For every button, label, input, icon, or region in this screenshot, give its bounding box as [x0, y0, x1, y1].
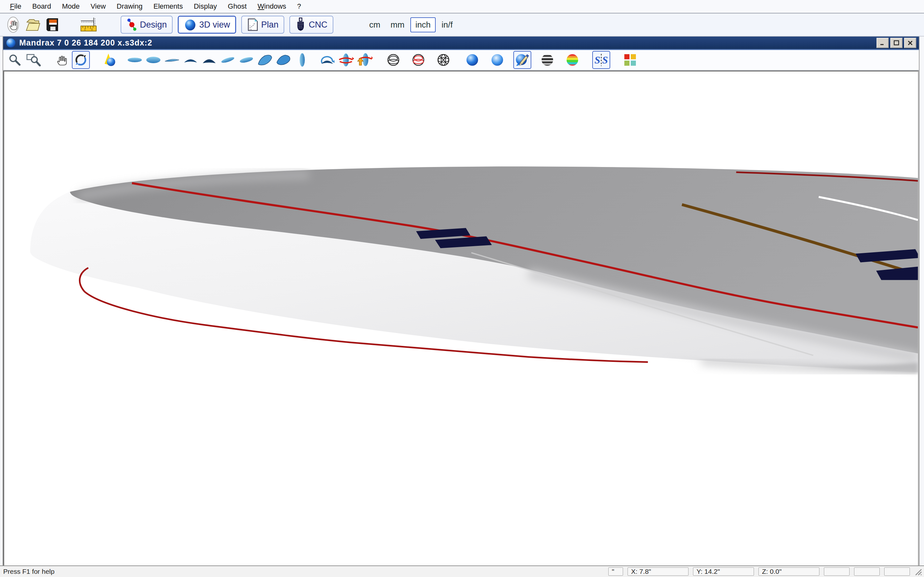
zoom-window-icon[interactable]	[24, 51, 42, 69]
document-window: Mandrax 7 0 26 184 200 x.s3dx:2	[3, 37, 919, 566]
cnc-mode-button[interactable]: CNC	[289, 16, 333, 34]
app-sphere-icon	[6, 38, 16, 48]
svg-text:1: 1	[84, 28, 86, 31]
design-curve-icon	[126, 18, 137, 32]
resize-grip[interactable]	[914, 567, 922, 576]
status-help-text: Press F1 for help	[3, 568, 604, 575]
wireframe-sphere-icon[interactable]	[384, 51, 402, 69]
unit-inf[interactable]: in/f	[437, 18, 457, 32]
flip-board-icon[interactable]	[355, 51, 373, 69]
view-tilt1-icon[interactable]	[219, 51, 237, 69]
maximize-button[interactable]	[890, 38, 903, 48]
view-back-icon[interactable]	[200, 51, 218, 69]
design-label: Design	[140, 20, 167, 30]
stripes-sphere-icon[interactable]	[538, 51, 556, 69]
viewport-3d[interactable]	[3, 71, 919, 566]
plan-label: Plan	[261, 20, 278, 30]
status-z-coordinate: Z: 0.0"	[758, 567, 819, 576]
application-window: File Board Mode View Drawing Elements Di…	[0, 0, 924, 577]
unit-mm[interactable]: mm	[386, 18, 409, 32]
svg-text:0: 0	[91, 28, 93, 31]
status-empty-panel	[884, 567, 910, 576]
unit-inch[interactable]: inch	[410, 17, 436, 32]
status-empty-panel	[824, 567, 850, 576]
view-persp2-icon[interactable]	[275, 51, 292, 69]
shaded-sphere-alt-icon[interactable]	[488, 51, 506, 69]
shaded-sphere-icon[interactable]	[463, 51, 481, 69]
save-icon[interactable]	[43, 15, 63, 34]
status-y-coordinate: Y: 14.2"	[693, 567, 754, 576]
view-toolbar: S S	[3, 50, 919, 71]
spin-board-icon[interactable]	[337, 51, 355, 69]
zoom-icon[interactable]	[6, 51, 24, 69]
view-vertical-icon[interactable]	[293, 51, 311, 69]
view-bottom-icon[interactable]	[144, 51, 162, 69]
main-toolbar: 1 0 Design 3D view	[0, 13, 924, 37]
menu-ghost[interactable]: Ghost	[222, 2, 252, 11]
view3d-mode-button[interactable]: 3D view	[178, 16, 236, 34]
menu-file[interactable]: File	[5, 2, 27, 11]
unit-cm[interactable]: cm	[365, 18, 385, 32]
document-title: Mandrax 7 0 26 184 200 x.s3dx:2	[19, 38, 875, 47]
rainbow-sphere-icon[interactable]	[564, 51, 582, 69]
menu-board[interactable]: Board	[27, 2, 57, 11]
hand-pointer-icon[interactable]	[3, 15, 23, 34]
mesh-sphere-icon[interactable]	[435, 51, 452, 69]
paint-sphere-icon[interactable]	[513, 51, 531, 69]
sphere-3d-icon	[184, 18, 197, 31]
status-bar: Press F1 for help " X: 7.8" Y: 14.2" Z: …	[0, 566, 924, 577]
rotate-3d-icon[interactable]	[72, 51, 90, 69]
menu-display[interactable]: Display	[188, 2, 222, 11]
menu-elements[interactable]: Elements	[148, 2, 188, 11]
menu-help[interactable]: ?	[292, 2, 306, 11]
menu-view[interactable]: View	[85, 2, 111, 11]
menu-bar: File Board Mode View Drawing Elements Di…	[0, 0, 924, 13]
menu-drawing[interactable]: Drawing	[111, 2, 148, 11]
view3d-label: 3D view	[199, 20, 230, 30]
svg-text:S: S	[594, 54, 600, 66]
open-folder-icon[interactable]	[23, 15, 43, 34]
cnc-label: CNC	[309, 20, 328, 30]
view-side-icon[interactable]	[163, 51, 181, 69]
board-3d-render	[4, 71, 918, 566]
minimize-button[interactable]	[877, 38, 889, 48]
unit-selector: cm mm inch in/f	[365, 17, 457, 32]
rotate-axis-icon[interactable]	[318, 51, 336, 69]
symmetry-icon[interactable]: S S	[592, 51, 610, 69]
plan-doc-icon	[247, 18, 258, 32]
ruler-icon[interactable]: 1 0	[79, 15, 99, 34]
pan-hand-icon[interactable]	[53, 51, 71, 69]
plan-mode-button[interactable]: Plan	[241, 16, 284, 34]
cnc-bit-icon	[295, 17, 306, 32]
design-mode-button[interactable]: Design	[121, 16, 173, 34]
view-tilt2-icon[interactable]	[237, 51, 255, 69]
wireframe-red-sphere-icon[interactable]	[409, 51, 427, 69]
svg-text:S: S	[602, 54, 608, 66]
colors-icon[interactable]	[621, 51, 639, 69]
status-empty-panel	[854, 567, 880, 576]
light-icon[interactable]	[101, 51, 119, 69]
view-front-icon[interactable]	[182, 51, 200, 69]
status-unit: "	[608, 567, 623, 576]
status-x-coordinate: X: 7.8"	[628, 567, 688, 576]
view-persp1-icon[interactable]	[256, 51, 274, 69]
view-top-icon[interactable]	[126, 51, 144, 69]
menu-mode[interactable]: Mode	[57, 2, 85, 11]
document-titlebar[interactable]: Mandrax 7 0 26 184 200 x.s3dx:2	[3, 37, 919, 50]
close-button[interactable]	[904, 38, 916, 48]
menu-windows[interactable]: Windows	[252, 2, 292, 11]
